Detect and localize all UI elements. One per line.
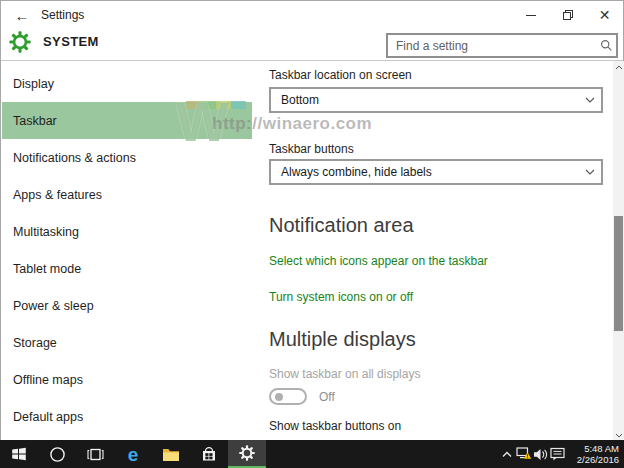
settings-app-button[interactable] [228,440,266,468]
task-view-button[interactable] [76,440,114,468]
restore-button[interactable] [549,1,586,29]
file-explorer-icon [162,447,180,462]
search-box[interactable] [386,33,618,58]
taskbar-buttons-label: Taskbar buttons [269,142,354,156]
minimize-button[interactable] [512,1,549,29]
show-taskbar-all-displays-toggle[interactable] [269,388,307,405]
toggle-knob [275,393,283,401]
window-controls: ✕ [512,1,623,29]
network-warning-icon[interactable] [515,440,532,468]
file-explorer-button[interactable] [152,440,190,468]
toggle-state-label: Off [319,390,335,404]
sidebar-item-default-apps[interactable]: Default apps [2,398,252,435]
sidebar-item-notifications[interactable]: Notifications & actions [2,139,252,176]
sidebar-item-power-sleep[interactable]: Power & sleep [2,287,252,324]
search-icon[interactable] [596,39,616,52]
title-bar: ← Settings ✕ [1,1,623,29]
sidebar-item-storage[interactable]: Storage [2,324,252,361]
back-arrow-icon: ← [15,7,30,24]
taskbar-settings-panel: Taskbar location on screen Bottom Taskba… [269,61,603,441]
taskbar-buttons-value: Always combine, hide labels [271,165,579,179]
sidebar-item-offline-maps[interactable]: Offline maps [2,361,252,398]
action-center-icon[interactable] [549,440,566,468]
page-title: SYSTEM [43,29,99,55]
sidebar-item-tablet-mode[interactable]: Tablet mode [2,250,252,287]
start-icon [11,446,27,462]
sidebar-item-multitasking[interactable]: Multitasking [2,213,252,250]
clock-time: 5:48 AM [569,443,619,454]
taskbar-location-label: Taskbar location on screen [269,68,412,82]
taskbar-location-select[interactable]: Bottom [269,87,603,113]
tray-clock[interactable]: 5:48 AM 2/26/2016 [569,443,619,465]
system-tray: 5:48 AM 2/26/2016 [498,440,622,468]
show-taskbar-all-displays-toggle-row: Off [269,388,335,405]
window-title: Settings [41,1,84,29]
sidebar-item-display[interactable]: Display [2,65,252,102]
notification-area-heading: Notification area [269,211,414,239]
select-icons-link[interactable]: Select which icons appear on the taskbar [269,254,488,268]
store-icon [201,446,217,462]
settings-window: ← Settings ✕ [0,0,624,440]
scrollbar-thumb[interactable] [614,216,623,331]
clock-date: 2/26/2016 [569,454,619,465]
content-scrollbar[interactable] [613,61,624,441]
taskbar-location-value: Bottom [271,93,579,107]
chevron-down-icon [579,169,601,175]
restore-icon [562,9,574,21]
task-view-icon [87,447,104,462]
desktop-screen: ← Settings ✕ [0,0,624,468]
taskbar-buttons-select[interactable]: Always combine, hide labels [269,159,603,185]
show-taskbar-buttons-on-label: Show taskbar buttons on [269,419,401,433]
sidebar-item-apps-features[interactable]: Apps & features [2,176,252,213]
cortana-button[interactable] [38,440,76,468]
start-button[interactable] [0,440,38,468]
gear-icon [9,31,31,53]
edge-icon: e [128,445,139,464]
cortana-icon [49,446,66,463]
store-button[interactable] [190,440,228,468]
settings-gear-icon [239,445,255,461]
chevron-down-icon [579,97,601,103]
show-taskbar-all-displays-label: Show taskbar on all displays [269,367,420,381]
sidebar-item-taskbar[interactable]: Taskbar [2,102,252,139]
os-taskbar: e [0,440,624,468]
sidebar: Display Taskbar Notifications & actions … [2,61,252,440]
speaker-icon[interactable] [532,440,549,468]
close-button[interactable]: ✕ [586,1,623,29]
multiple-displays-heading: Multiple displays [269,325,416,353]
page-header: SYSTEM [1,29,623,60]
close-icon: ✕ [599,8,611,22]
minimize-icon [526,15,536,16]
system-icons-link[interactable]: Turn system icons on or off [269,290,413,304]
back-button[interactable]: ← [7,1,37,29]
tray-chevron-up-icon[interactable] [498,440,515,468]
search-input[interactable] [388,39,596,53]
edge-button[interactable]: e [114,440,152,468]
scrollbar-up-button[interactable] [613,61,624,73]
